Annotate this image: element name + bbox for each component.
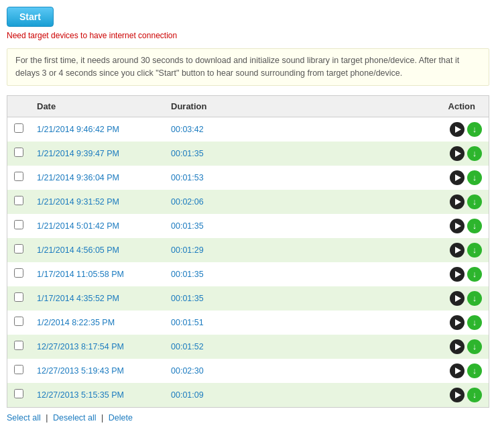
download-button[interactable] [467, 170, 482, 185]
download-button[interactable] [467, 315, 482, 330]
row-duration: 00:01:53 [164, 166, 271, 190]
row-checkbox[interactable] [14, 148, 23, 157]
table-row: 1/21/2014 4:56:05 PM00:01:29 [7, 238, 489, 262]
row-action [271, 262, 489, 286]
row-checkbox[interactable] [14, 292, 23, 302]
row-date: 1/21/2014 9:46:42 PM [30, 117, 164, 142]
info-box: For the first time, it needs around 30 s… [7, 48, 489, 86]
table-row: 1/21/2014 9:39:47 PM00:01:35 [7, 142, 489, 166]
play-button[interactable] [450, 194, 464, 209]
sep1: | [46, 413, 48, 423]
download-button[interactable] [467, 122, 482, 137]
row-duration: 00:02:30 [164, 359, 271, 383]
download-button[interactable] [467, 146, 482, 161]
row-date: 1/2/2014 8:22:35 PM [30, 311, 164, 335]
row-action [271, 286, 489, 311]
row-action [271, 311, 489, 335]
row-date: 12/27/2013 5:19:43 PM [30, 359, 164, 383]
table-row: 12/27/2013 5:15:35 PM00:01:09 [7, 383, 489, 408]
row-checkbox[interactable] [14, 123, 23, 133]
table-row: 1/21/2014 5:01:42 PM00:01:35 [7, 214, 489, 238]
row-action [271, 383, 489, 408]
download-button[interactable] [467, 363, 482, 378]
row-duration: 00:02:06 [164, 190, 271, 214]
recordings-table: Date Duration Action 1/21/2014 9:46:42 P… [7, 95, 489, 408]
header-checkbox-cell [7, 95, 31, 117]
row-date: 12/27/2013 8:17:54 PM [30, 335, 164, 359]
select-all-link[interactable]: Select all [7, 413, 41, 423]
row-checkbox[interactable] [14, 220, 23, 229]
play-button[interactable] [450, 315, 464, 330]
header-action: Action [271, 95, 489, 117]
play-button[interactable] [450, 219, 464, 233]
row-checkbox[interactable] [14, 244, 23, 254]
row-action [271, 359, 489, 383]
row-date: 1/21/2014 9:39:47 PM [30, 142, 164, 166]
row-action [271, 166, 489, 190]
table-row: 12/27/2013 8:17:54 PM00:01:52 [7, 335, 489, 359]
row-date: 1/17/2014 11:05:58 PM [30, 262, 164, 286]
download-button[interactable] [467, 291, 482, 306]
header-date: Date [30, 95, 164, 117]
download-button[interactable] [467, 219, 482, 233]
table-row: 1/2/2014 8:22:35 PM00:01:51 [7, 311, 489, 335]
row-checkbox[interactable] [14, 317, 23, 326]
row-checkbox[interactable] [14, 365, 23, 374]
table-row: 1/17/2014 11:05:58 PM00:01:35 [7, 262, 489, 286]
row-action [271, 335, 489, 359]
row-action [271, 142, 489, 166]
row-date: 12/27/2013 5:15:35 PM [30, 383, 164, 408]
play-button[interactable] [450, 339, 464, 354]
warning-text: Need target devices to have internet con… [7, 31, 489, 40]
row-checkbox[interactable] [14, 341, 23, 350]
download-button[interactable] [467, 388, 482, 402]
play-button[interactable] [450, 146, 464, 161]
table-row: 1/21/2014 9:31:52 PM00:02:06 [7, 190, 489, 214]
row-duration: 00:03:42 [164, 117, 271, 142]
download-button[interactable] [467, 243, 482, 258]
row-date: 1/17/2014 4:35:52 PM [30, 286, 164, 311]
row-duration: 00:01:09 [164, 383, 271, 408]
row-duration: 00:01:51 [164, 311, 271, 335]
start-button[interactable]: Start [7, 7, 54, 27]
row-date: 1/21/2014 4:56:05 PM [30, 238, 164, 262]
footer-links: Select all | Deselect all | Delete [7, 413, 489, 423]
play-button[interactable] [450, 363, 464, 378]
download-button[interactable] [467, 194, 482, 209]
row-checkbox[interactable] [14, 389, 23, 398]
download-button[interactable] [467, 339, 482, 354]
row-duration: 00:01:35 [164, 262, 271, 286]
play-button[interactable] [450, 388, 464, 402]
deselect-all-link[interactable]: Deselect all [53, 413, 97, 423]
table-row: 1/17/2014 4:35:52 PM00:01:35 [7, 286, 489, 311]
row-duration: 00:01:52 [164, 335, 271, 359]
row-duration: 00:01:29 [164, 238, 271, 262]
row-date: 1/21/2014 9:36:04 PM [30, 166, 164, 190]
row-date: 1/21/2014 5:01:42 PM [30, 214, 164, 238]
play-button[interactable] [450, 267, 464, 282]
row-duration: 00:01:35 [164, 286, 271, 311]
play-button[interactable] [450, 243, 464, 258]
play-button[interactable] [450, 170, 464, 185]
header-duration: Duration [164, 95, 271, 117]
table-row: 1/21/2014 9:46:42 PM00:03:42 [7, 117, 489, 142]
play-button[interactable] [450, 122, 464, 137]
row-checkbox[interactable] [14, 268, 23, 278]
row-checkbox[interactable] [14, 196, 23, 205]
table-row: 12/27/2013 5:19:43 PM00:02:30 [7, 359, 489, 383]
row-checkbox[interactable] [14, 172, 23, 181]
table-row: 1/21/2014 9:36:04 PM00:01:53 [7, 166, 489, 190]
delete-link[interactable]: Delete [109, 413, 133, 423]
row-duration: 00:01:35 [164, 214, 271, 238]
table-header-row: Date Duration Action [7, 95, 489, 117]
row-action [271, 190, 489, 214]
row-action [271, 238, 489, 262]
download-button[interactable] [467, 267, 482, 282]
play-button[interactable] [450, 291, 464, 306]
row-action [271, 117, 489, 142]
row-duration: 00:01:35 [164, 142, 271, 166]
sep2: | [101, 413, 103, 423]
row-action [271, 214, 489, 238]
row-date: 1/21/2014 9:31:52 PM [30, 190, 164, 214]
